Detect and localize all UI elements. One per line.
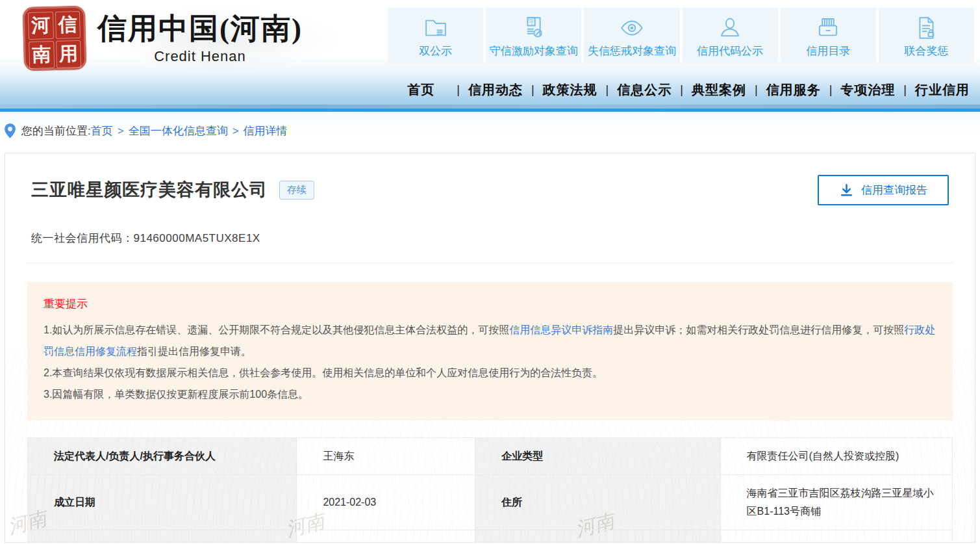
cutoff-value-cell (297, 530, 475, 543)
breadcrumb-separator: > (232, 125, 239, 138)
important-notice-box: 重要提示 1.如认为所展示信息存在错误、遗漏、公开期限不符合规定以及其他侵犯信息… (27, 282, 953, 421)
notice-text: 提出异议申诉；如需对相关行政处罚信息进行信用修复，可按照 (613, 324, 904, 335)
objection-appeal-guide-link[interactable]: 信用信息异议申诉指南 (509, 324, 613, 335)
seal-char: 用 (56, 40, 82, 68)
brand-text: 信用中国(河南) Credit Henan (97, 6, 303, 65)
site-logo[interactable]: 河 信 南 用 信用中国(河南) Credit Henan (23, 6, 303, 70)
cutoff-value-cell (720, 530, 952, 543)
credit-report-button-label: 信用查询报告 (861, 183, 927, 198)
legal-representative-label: 法定代表人/负责人/执行事务合伙人 (28, 438, 297, 475)
document-lock-icon (912, 14, 940, 42)
site-header: 河 信 南 用 信用中国(河南) Credit Henan 双公示 守 (0, 0, 980, 105)
seal-char: 南 (29, 41, 55, 69)
quick-link-label: 双公示 (419, 44, 452, 58)
quick-link-credit-directory[interactable]: 信用目录 (781, 8, 876, 64)
breadcrumb-link-credit-detail[interactable]: 信用详情 (244, 123, 288, 138)
nav-separator: | (531, 83, 534, 97)
nav-item-home[interactable]: 首页 (407, 81, 434, 99)
enterprise-type-label: 企业类型 (475, 438, 720, 475)
brand-title-cn: 信用中国(河南) (97, 13, 303, 45)
notice-paragraph-1: 1.如认为所展示信息存在错误、遗漏、公开期限不符合规定以及其他侵犯信息主体合法权… (44, 319, 936, 362)
main-navigation: 首页 | 信用动态 | 政策法规 | 信息公示 | 典型案例 | 信用服务 | … (407, 81, 970, 99)
quick-link-shuanggongshi[interactable]: 双公示 (388, 8, 483, 64)
credit-report-button[interactable]: 信用查询报告 (818, 175, 949, 205)
seal-char: 信 (55, 11, 81, 39)
company-name: 三亚唯星颜医疗美容有限公司 (31, 178, 268, 201)
quick-link-label: 联合奖惩 (904, 44, 948, 58)
breadcrumb-link-home[interactable]: 首页 (91, 123, 113, 138)
folder-icon (422, 14, 449, 42)
nav-separator: | (680, 83, 683, 97)
eye-icon (618, 14, 646, 42)
nav-item-typical-cases[interactable]: 典型案例 (692, 81, 746, 99)
location-pin-icon (4, 123, 16, 139)
table-row: 法定代表人/负责人/执行事务合伙人 王海东 企业类型 有限责任公司(自然人投资或… (28, 438, 953, 475)
address-value: 海南省三亚市吉阳区荔枝沟路三亚星域小区B1-113号商铺 (720, 475, 952, 530)
quick-link-label: 信用目录 (806, 44, 850, 58)
notice-paragraph-2: 2.本查询结果仅依现有数据展示相关信息，供社会参考使用。使用相关信息的单位和个人… (44, 362, 936, 383)
nav-item-credit-services[interactable]: 信用服务 (766, 81, 821, 99)
unified-credit-code: 统一社会信用代码：91460000MA5TUX8E1X (31, 231, 949, 246)
henan-credit-seal-logo: 河 信 南 用 (23, 6, 87, 71)
cutoff-label-cell (28, 530, 297, 543)
legal-representative-value: 王海东 (297, 438, 475, 475)
quick-link-label: 守信激励对象查询 (490, 44, 578, 58)
table-row-cutoff (28, 530, 953, 543)
establishment-date-value: 2021-02-03 (297, 475, 475, 530)
nav-separator: | (606, 83, 609, 97)
brand-title-en: Credit Henan (97, 48, 303, 65)
nav-separator: | (457, 83, 460, 97)
quick-link-shixin-query[interactable]: 失信惩戒对象查询 (584, 8, 679, 64)
quick-link-label: 失信惩戒对象查询 (588, 44, 676, 58)
breadcrumb-separator: > (118, 125, 124, 138)
breadcrumb: 您的当前位置: 首页 > 全国一体化信息查询 > 信用详情 (0, 112, 980, 149)
svg-text:守: 守 (528, 19, 534, 25)
cutoff-label-cell (475, 530, 720, 543)
document-seal-icon: 守 (520, 14, 547, 42)
table-row: 成立日期 2021-02-03 住所 海南省三亚市吉阳区荔枝沟路三亚星域小区B1… (28, 475, 953, 530)
notice-title: 重要提示 (44, 296, 936, 311)
notice-paragraph-3: 3.因篇幅有限，单类数据仅按更新程度展示前100条信息。 (44, 383, 936, 405)
quick-link-shouxin-query[interactable]: 守 守信激励对象查询 (486, 8, 581, 64)
quick-link-label: 信用代码公示 (697, 44, 763, 58)
enterprise-type-value: 有限责任公司(自然人投资或控股) (720, 438, 952, 475)
nav-item-policies[interactable]: 政策法规 (543, 81, 597, 99)
notice-text: 指引提出信用修复申请。 (137, 346, 251, 357)
address-label: 住所 (475, 475, 720, 530)
nav-separator: | (903, 83, 907, 97)
company-title-row: 三亚唯星颜医疗美容有限公司 存续 (31, 178, 949, 201)
quick-links-bar: 双公示 守 守信激励对象查询 失信惩戒对象查询 (388, 8, 974, 64)
breadcrumb-link-national-query[interactable]: 全国一体化信息查询 (129, 123, 228, 138)
person-icon (716, 14, 744, 42)
nav-separator: | (829, 83, 833, 97)
download-icon (839, 183, 854, 198)
quick-link-credit-code[interactable]: 信用代码公示 (683, 8, 778, 64)
nav-separator: | (755, 83, 758, 97)
card-file-icon (814, 14, 842, 42)
seal-char: 河 (28, 12, 54, 40)
notice-text: 1.如认为所展示信息存在错误、遗漏、公开期限不符合规定以及其他侵犯信息主体合法权… (44, 324, 509, 335)
section-divider (27, 263, 953, 263)
establishment-date-label: 成立日期 (28, 475, 297, 530)
breadcrumb-prefix: 您的当前位置: (21, 123, 91, 138)
quick-link-joint-reward-punish[interactable]: 联合奖惩 (879, 8, 974, 64)
nav-item-industry-credit[interactable]: 行业信用 (915, 81, 970, 99)
nav-item-special-governance[interactable]: 专项治理 (840, 81, 895, 99)
credit-detail-card: 河南 河南 河南 三亚唯星颜医疗美容有限公司 存续 信用查询报告 统一社会信用代… (5, 153, 975, 543)
company-info-table: 法定代表人/负责人/执行事务合伙人 王海东 企业类型 有限责任公司(自然人投资或… (27, 437, 953, 543)
status-badge: 存续 (279, 181, 314, 200)
nav-item-credit-news[interactable]: 信用动态 (468, 81, 523, 99)
nav-item-info-disclosure[interactable]: 信息公示 (617, 81, 672, 99)
